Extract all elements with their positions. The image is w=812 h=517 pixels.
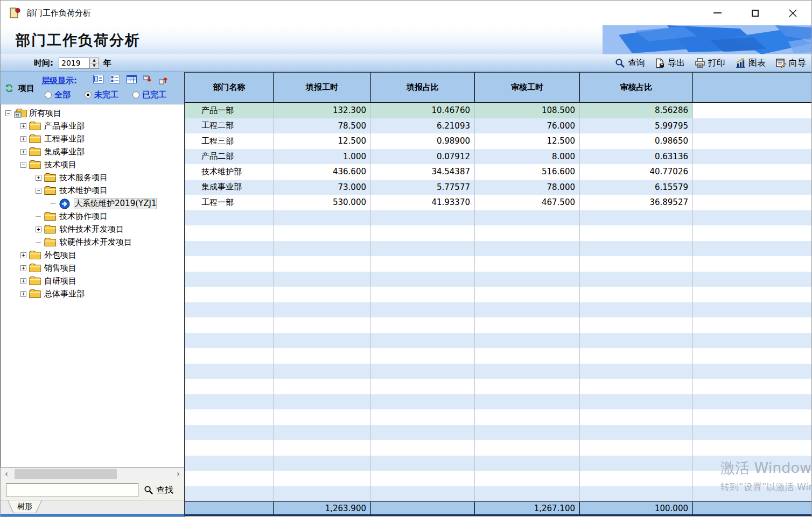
- empty-cell: [371, 379, 475, 394]
- tree-expand-icon[interactable]: +: [20, 291, 26, 297]
- radio-option-1[interactable]: 未完工: [85, 90, 118, 100]
- col-header-audit-pct[interactable]: 审核占比: [580, 73, 693, 102]
- expand-all-icon[interactable]: [143, 75, 152, 84]
- tree-item-8[interactable]: 技术协作项目: [1, 210, 184, 223]
- print-button[interactable]: 打印: [694, 56, 726, 70]
- radio-circle-icon: [85, 91, 92, 98]
- scroll-left-icon[interactable]: ‹: [1, 468, 12, 480]
- layout-compact-icon[interactable]: [93, 75, 103, 83]
- tree-expand-icon[interactable]: +: [36, 175, 41, 181]
- table-empty-row: [185, 210, 812, 226]
- tree-collapse-icon[interactable]: −: [5, 110, 11, 116]
- layout-grid-icon[interactable]: [127, 75, 137, 83]
- tree-expand-icon[interactable]: +: [20, 149, 26, 155]
- year-input[interactable]: [59, 58, 90, 69]
- empty-cell: [371, 456, 475, 471]
- chart-icon: [735, 58, 746, 68]
- empty-cell: [371, 440, 475, 456]
- tree-item-12[interactable]: +销售项目: [1, 261, 184, 274]
- query-button[interactable]: 查询: [614, 56, 646, 70]
- table-row-3[interactable]: 产品二部1.0000.079128.0000.63136: [185, 149, 812, 165]
- empty-cell: [274, 225, 371, 241]
- radio-option-2[interactable]: 已完工: [132, 90, 166, 100]
- tree-item-0[interactable]: −所有项目: [1, 107, 184, 119]
- empty-cell: [371, 348, 475, 364]
- spinner-down-icon[interactable]: ▼: [90, 63, 99, 68]
- find-button[interactable]: 查找: [144, 485, 173, 496]
- tree-item-13[interactable]: +自研项目: [1, 274, 184, 287]
- tree-collapse-icon[interactable]: −: [36, 188, 41, 194]
- cell-name: 工程三部: [185, 133, 274, 149]
- table-empty-row: [185, 287, 812, 302]
- refresh-icon[interactable]: [5, 84, 13, 93]
- maximize-button[interactable]: [736, 1, 774, 25]
- tree-item-5[interactable]: +技术服务项目: [1, 171, 184, 184]
- empty-cell: [371, 333, 475, 349]
- collapse-all-icon[interactable]: [159, 75, 168, 84]
- tree-item-label: 技术服务项目: [59, 173, 108, 183]
- col-header-fill-pct[interactable]: 填报占比: [371, 73, 475, 102]
- empty-cell: [693, 486, 812, 502]
- table-row-4[interactable]: 技术维护部436.60034.54387516.60040.77026: [185, 164, 812, 180]
- empty-cell: [371, 471, 475, 486]
- table-empty-row: [185, 486, 812, 502]
- col-header-audit-hours[interactable]: 审核工时: [475, 73, 580, 102]
- col-header-fill-hours[interactable]: 填报工时: [274, 73, 371, 102]
- table-row-1[interactable]: 工程二部78.5006.2109376.0005.99795: [185, 118, 812, 134]
- minimize-button[interactable]: [698, 1, 736, 25]
- wizard-button[interactable]: 向导: [774, 56, 807, 70]
- table-row-0[interactable]: 产品一部132.30010.46760108.5008.56286: [185, 103, 812, 118]
- tree-collapse-icon[interactable]: −: [20, 162, 26, 168]
- close-button[interactable]: [774, 1, 811, 25]
- folder-icon: [44, 211, 56, 221]
- chart-button[interactable]: 图表: [734, 56, 767, 70]
- tree-item-2[interactable]: +工程事业部: [1, 132, 184, 145]
- level-display-label: 层级显示:: [41, 76, 77, 86]
- cell-audit-pct: 5.99795: [580, 118, 693, 134]
- minimize-icon: [713, 12, 722, 13]
- table-row-6[interactable]: 工程一部530.00041.93370467.50036.89527: [185, 195, 812, 210]
- tree-item-6[interactable]: −技术维护项目: [1, 184, 184, 197]
- scroll-thumb[interactable]: [15, 469, 117, 479]
- tree-item-11[interactable]: +外包项目: [1, 249, 184, 261]
- tab-tree-view[interactable]: 树形: [5, 500, 45, 513]
- tree-expand-icon[interactable]: +: [36, 226, 41, 232]
- cell-fill-pct: 41.93370: [371, 195, 475, 210]
- tree-item-1[interactable]: +产品事业部: [1, 119, 184, 132]
- tree-hscrollbar[interactable]: ‹ ›: [1, 468, 184, 480]
- export-button[interactable]: 导出: [654, 56, 686, 70]
- cell-blank: [693, 149, 812, 165]
- col-header-dept[interactable]: 部门名称: [185, 73, 274, 102]
- table-empty-row: [185, 333, 812, 349]
- table-row-5[interactable]: 集成事业部73.0005.7757778.0006.15579: [185, 180, 812, 195]
- tree-expand-icon[interactable]: +: [20, 123, 26, 129]
- scroll-right-icon[interactable]: ›: [172, 468, 184, 480]
- tree-item-7[interactable]: 大系统维护2019(YZJ1: [1, 197, 184, 210]
- spinner-up-icon[interactable]: ▲: [90, 58, 99, 63]
- project-panel: 项目 层级显示: 全部未完工已完工 −所有项目+产品事业部+工程事业部+集成事业…: [1, 72, 185, 517]
- tree-expand-icon[interactable]: +: [20, 278, 26, 284]
- tree-item-3[interactable]: +集成事业部: [1, 145, 184, 158]
- table-row-2[interactable]: 工程三部12.5000.9890012.5000.98650: [185, 133, 812, 149]
- tree-item-label: 大系统维护2019(YZJ1: [74, 199, 156, 209]
- tree-search-input[interactable]: [6, 483, 138, 497]
- tree-item-10[interactable]: 软硬件技术开发项目: [1, 236, 184, 249]
- tree-expand-icon[interactable]: +: [20, 136, 26, 142]
- tree-item-label: 技术维护项目: [59, 186, 108, 196]
- tree-item-4[interactable]: −技术项目: [1, 158, 184, 171]
- tree-item-14[interactable]: +总体事业部: [1, 287, 184, 300]
- app-window: 部门工作负荷分析 部门工作负荷分析 时间:: [0, 0, 812, 517]
- radio-option-0[interactable]: 全部: [45, 90, 71, 100]
- table-empty-row: [185, 348, 812, 364]
- tree-item-9[interactable]: +软件技术开发项目: [1, 223, 184, 236]
- panel-bottom-strip: [1, 514, 184, 517]
- tree-item-label: 技术项目: [44, 160, 76, 170]
- empty-cell: [185, 287, 274, 302]
- scroll-track[interactable]: [12, 468, 172, 480]
- empty-cell: [693, 317, 812, 333]
- layout-detail-icon[interactable]: [110, 75, 120, 83]
- empty-cell: [580, 272, 693, 287]
- tree-expand-icon[interactable]: +: [20, 252, 26, 258]
- tree-expand-icon[interactable]: +: [20, 265, 26, 271]
- empty-cell: [475, 486, 580, 502]
